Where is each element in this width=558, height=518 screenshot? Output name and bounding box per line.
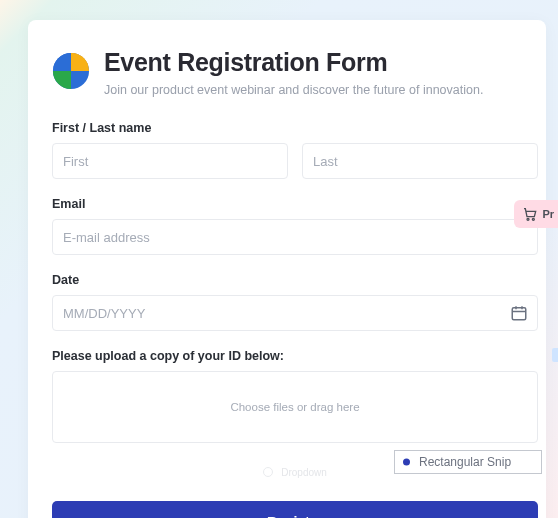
email-label: Email (52, 197, 538, 211)
upload-label: Please upload a copy of your ID below: (52, 349, 538, 363)
name-field-group: First / Last name (52, 121, 538, 179)
radio-icon (263, 467, 273, 477)
date-label: Date (52, 273, 538, 287)
form-header: Event Registration Form Join our product… (52, 48, 538, 97)
side-cart-tag[interactable]: Pr (514, 200, 558, 228)
register-button[interactable]: Register (52, 501, 538, 518)
dropdown-label: Dropdown (281, 467, 327, 478)
email-field-group: Email (52, 197, 538, 255)
last-name-input[interactable] (302, 143, 538, 179)
svg-point-6 (533, 218, 535, 220)
side-tag-text: Pr (542, 208, 554, 220)
page-subtitle: Join our product event webinar and disco… (104, 83, 483, 97)
name-label: First / Last name (52, 121, 538, 135)
registration-form-card: Event Registration Form Join our product… (28, 20, 546, 518)
dropdown-placeholder: Dropdown (52, 461, 538, 483)
file-upload-dropzone[interactable]: Choose files or drag here (52, 371, 538, 443)
date-field-group: Date (52, 273, 538, 331)
svg-point-5 (527, 218, 529, 220)
upload-field-group: Please upload a copy of your ID below: C… (52, 349, 538, 443)
cart-icon (522, 206, 538, 222)
date-input[interactable] (52, 295, 538, 331)
page-title: Event Registration Form (104, 48, 483, 77)
email-input[interactable] (52, 219, 538, 255)
first-name-input[interactable] (52, 143, 288, 179)
logo-icon (52, 52, 90, 90)
side-accent (552, 348, 558, 362)
upload-hint: Choose files or drag here (230, 401, 359, 413)
